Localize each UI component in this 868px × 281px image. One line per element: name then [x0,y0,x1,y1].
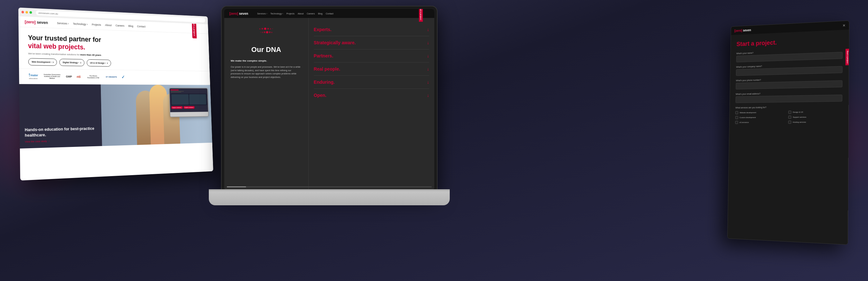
inner-laptop-screen: Explore solutions Explore solutions [169,88,208,112]
dna-item-5: Open. ↓ [314,89,429,102]
hero-section: Your trusted partner for vital web proje… [19,27,210,71]
logo-gmp: GMP [66,75,72,78]
snav-careers[interactable]: Careers [307,12,315,15]
dna-arrow-1: ↓ [427,40,429,45]
laptop-screen-inner: [zero] seven Services › Technology › Pro… [224,9,434,190]
form-field-email: What's your email address? [736,91,843,103]
service-website-dev[interactable]: Website development [735,111,787,114]
dna-label-1: Strategically aware. [314,40,356,45]
nav-links: Services › Technology › Projects About C… [57,22,146,28]
center-mock: [zero] seven Services › Technology › Pro… [209,0,450,281]
dna-arrow-4: ↓ [427,79,429,85]
modal-logo-bracket: [zero] [734,29,742,32]
form-field-phone: What's your phone number? [736,77,842,89]
snav-technology[interactable]: Technology › [271,12,283,15]
nav-projects[interactable]: Projects [92,23,101,26]
dna-arrow-3: ↓ [427,66,429,72]
screen-right-panel: Experts. ↓ Strategically aware. ↓ Partne… [308,18,434,190]
site-content: [zero] seven Services › Technology › Pro… [18,16,213,181]
browser-dot-red [22,11,24,13]
service-support[interactable]: Support services [788,115,842,119]
btn-digital-strategy[interactable]: Digital Strategy › [59,59,85,66]
screen-left-panel: Our DNA We make the complex simple. Our … [224,18,308,190]
screen-logo-name: seven [239,12,248,15]
laptop-wrapper: [zero] seven Services › Technology › Pro… [209,0,450,281]
service-design-ux[interactable]: Design & UX [788,110,842,113]
checkbox-support[interactable] [788,115,791,119]
logo-mater: †matereducation [28,72,38,80]
nav-careers[interactable]: Careers [116,24,125,27]
dna-item-3: Real people. ↓ [314,63,429,76]
dna-arrow-0: ↓ [427,27,429,32]
logos-strip: †matereducation Australian Government In… [19,68,210,85]
snav-services[interactable]: Services › [257,12,267,15]
logo-box: [zero] seven [25,19,48,25]
form-input-phone[interactable] [736,80,842,89]
form-input-email[interactable] [736,95,843,103]
checkbox-ecommerce[interactable] [735,121,738,124]
modal-start-tab[interactable]: Start a project [845,49,849,65]
inner-laptop: Explore solutions Explore solutions [169,87,209,117]
logo-nti: nti [77,75,81,79]
checkbox-design-ux[interactable] [788,111,791,114]
btn-ux-ui[interactable]: UX & UI Design › [87,59,111,67]
our-dna-title: Our DNA [251,45,281,54]
logo-bracket: [zero] [25,19,36,24]
dna-item-1: Strategically aware. ↓ [314,36,429,49]
nav-services[interactable]: Services › [57,22,69,25]
dna-label-0: Experts. [314,27,332,32]
laptop-screen-frame: [zero] seven Services › Technology › Pro… [222,6,437,192]
checkbox-website-dev[interactable] [735,111,738,114]
logo-text: seven [37,20,48,25]
modal-close-button[interactable]: × [843,23,845,28]
browser-dot-green [30,11,32,14]
screen-start-tab[interactable]: Start a project [419,9,423,22]
modal-body: Start a project Start a project. What's … [727,30,849,244]
nav-blog[interactable]: Blog [128,24,133,28]
scene: zeroseven.com.au [zero] seven Services ›… [0,0,868,281]
dna-label-2: Partners. [314,53,334,58]
laptop-base [209,189,450,205]
case-study-right: Explore solutions Explore solutions [100,84,212,146]
services-section: What services are you looking for? Websi… [735,105,842,124]
service-ecommerce[interactable]: eCommerce [735,120,787,124]
dna-arrow-5: ↓ [427,93,429,98]
btn-web-dev[interactable]: Web Development › [28,58,57,66]
nav-about[interactable]: About [105,24,112,27]
hero-buttons: Web Development › Digital Strategy › UX … [28,58,202,68]
modal-logo: [zero] seven [734,28,751,32]
case-study-section: Hands-on education for best-practice hea… [19,84,212,148]
snav-projects[interactable]: Projects [286,12,294,15]
screen-scrollbar [227,186,432,187]
logo-alluvio: The Alluvio Foundation of NZ [85,75,101,79]
modal-frame: [zero] seven × Start a project Start a p… [727,21,849,245]
snav-contact[interactable]: Contact [326,12,334,15]
nav-technology[interactable]: Technology › [73,22,88,26]
case-study-left: Hands-on education for best-practice hea… [19,84,102,148]
case-study-title: Hands-on education for best-practice hea… [25,126,97,138]
dna-arrow-2: ↓ [427,53,429,58]
nav-contact[interactable]: Contact [137,25,146,28]
modal-logo-name: seven [743,28,751,32]
checkbox-custom-dev[interactable] [735,116,738,119]
left-mock: zeroseven.com.au [zero] seven Services ›… [18,7,213,180]
service-hosting[interactable]: Hosting services [788,120,842,124]
screen-scrollbar-thumb [227,186,246,187]
dna-icon [257,28,276,40]
hero-title: Your trusted partner for vital web proje… [28,34,202,55]
screen-nav-links: Services › Technology › Projects About C… [257,12,334,15]
dna-label-3: Real people. [314,66,340,72]
service-custom-dev[interactable]: Custom development [735,116,787,119]
form-field-name: What's your name? [736,48,843,62]
snav-about[interactable]: About [298,12,304,15]
browser-dot-yellow [25,11,28,13]
logo-gov: Australian Government Institute of Healt… [43,73,61,79]
dna-label-4: Enduring. [314,79,335,85]
case-study-link[interactable]: View the case study → [25,138,97,143]
screen-logo-bracket: [zero] [229,12,238,15]
inner-laptop-base [170,112,208,116]
checkbox-hosting[interactable] [788,120,791,124]
snav-blog[interactable]: Blog [318,12,322,15]
screen-logo: [zero] seven [229,12,248,15]
logo-stvincents: ST VINCENTS [106,76,117,78]
